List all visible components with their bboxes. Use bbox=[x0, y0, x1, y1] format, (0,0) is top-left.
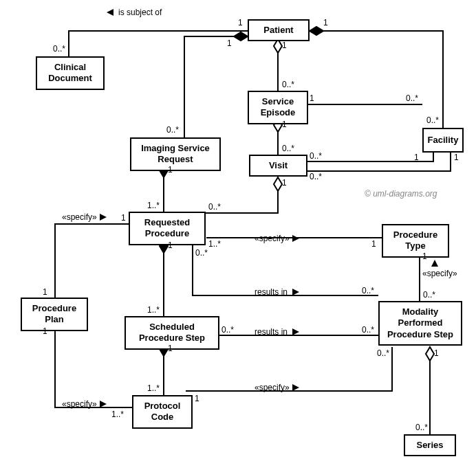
mult: 1 bbox=[238, 18, 243, 27]
direction-arrow-icon bbox=[292, 235, 299, 242]
relation-label: results in bbox=[255, 327, 288, 337]
mult: 1 bbox=[371, 239, 376, 249]
relation-label: «specify» bbox=[62, 399, 97, 409]
mult: 1..* bbox=[111, 410, 124, 419]
direction-arrow-icon bbox=[431, 260, 438, 267]
mult: 1 bbox=[43, 287, 47, 297]
class-facility: Facility bbox=[422, 128, 464, 153]
direction-arrow-icon bbox=[100, 401, 107, 407]
label: ServiceEpisode bbox=[261, 96, 296, 117]
label: ProtocolCode bbox=[144, 401, 181, 422]
class-requested-procedure: RequestedProcedure bbox=[129, 212, 206, 245]
mult: 1..* bbox=[147, 383, 160, 393]
class-protocol-code: ProtocolCode bbox=[132, 395, 193, 429]
mult: 1 bbox=[168, 344, 173, 353]
mult: 1 bbox=[454, 153, 459, 162]
direction-arrow-icon bbox=[292, 328, 299, 335]
direction-arrow-icon bbox=[100, 214, 107, 221]
mult: 0..* bbox=[426, 115, 439, 125]
mult: 0..* bbox=[423, 290, 435, 300]
label: Facility bbox=[428, 135, 459, 145]
mult: 0..* bbox=[310, 151, 322, 161]
relation-label: is subject of bbox=[118, 8, 162, 17]
uml-canvas: Patient ClinicalDocument ServiceEpisode … bbox=[0, 0, 476, 459]
relation-label: «specify» bbox=[62, 212, 97, 222]
class-procedure-type: ProcedureType bbox=[382, 224, 449, 258]
mult: 1 bbox=[121, 213, 126, 223]
watermark: © uml-diagrams.org bbox=[365, 189, 437, 199]
mult: 1..* bbox=[208, 239, 221, 249]
class-clinical-document: ClinicalDocument bbox=[36, 56, 105, 90]
mult: 1 bbox=[422, 251, 427, 261]
direction-arrow-icon bbox=[107, 9, 113, 16]
class-service-episode: ServiceEpisode bbox=[248, 91, 308, 124]
label: ProcedureType bbox=[393, 230, 437, 251]
mult: 0..* bbox=[53, 44, 65, 54]
mult: 0..* bbox=[362, 325, 374, 335]
mult: 1 bbox=[323, 18, 328, 27]
class-imaging-service-request: Imaging ServiceRequest bbox=[130, 137, 221, 171]
label: ScheduledProcedure Step bbox=[139, 322, 205, 343]
label: Imaging ServiceRequest bbox=[141, 143, 210, 164]
mult: 0..* bbox=[195, 248, 208, 258]
mult: 0..* bbox=[221, 325, 234, 335]
mult: 1..* bbox=[147, 201, 160, 210]
class-procedure-plan: ProcedurePlan bbox=[21, 298, 88, 331]
mult: 1 bbox=[310, 93, 314, 103]
mult: 1 bbox=[414, 153, 419, 162]
mult: 1 bbox=[282, 178, 287, 188]
mult: 0..* bbox=[166, 125, 179, 135]
mult: 0..* bbox=[415, 423, 428, 432]
mult: 0..* bbox=[310, 172, 322, 181]
class-patient: Patient bbox=[248, 19, 310, 41]
relation-label: «specify» bbox=[255, 234, 290, 243]
mult: 0..* bbox=[406, 93, 418, 103]
mult: 1 bbox=[282, 120, 287, 129]
label: ClinicalDocument bbox=[48, 62, 92, 83]
class-visit: Visit bbox=[249, 155, 307, 177]
relation-label: «specify» bbox=[422, 269, 457, 278]
mult: 1 bbox=[168, 240, 173, 250]
direction-arrow-icon bbox=[292, 289, 299, 295]
label: Visit bbox=[269, 160, 288, 170]
label: RequestedProcedure bbox=[144, 217, 190, 238]
label: Series bbox=[416, 440, 443, 450]
class-series: Series bbox=[404, 434, 456, 456]
mult: 1 bbox=[282, 41, 287, 50]
relation-label: «specify» bbox=[255, 383, 290, 392]
class-modality-performed-procedure-step: ModalityPerformedProcedure Step bbox=[378, 301, 462, 346]
mult: 1 bbox=[43, 326, 47, 336]
label: Patient bbox=[263, 25, 293, 35]
mult: 0..* bbox=[377, 348, 389, 358]
direction-arrow-icon bbox=[292, 384, 299, 391]
label: ProcedurePlan bbox=[32, 303, 76, 324]
mult: 0..* bbox=[362, 286, 374, 295]
label: ModalityPerformedProcedure Step bbox=[387, 306, 453, 339]
mult: 0..* bbox=[208, 202, 221, 212]
mult: 1 bbox=[168, 165, 173, 175]
mult: 1 bbox=[195, 394, 199, 403]
mult: 1 bbox=[227, 38, 232, 48]
mult: 1..* bbox=[147, 305, 160, 315]
mult: 1 bbox=[434, 348, 439, 358]
mult: 0..* bbox=[282, 80, 294, 89]
relation-label: results in bbox=[255, 287, 288, 297]
mult: 0..* bbox=[282, 144, 294, 153]
